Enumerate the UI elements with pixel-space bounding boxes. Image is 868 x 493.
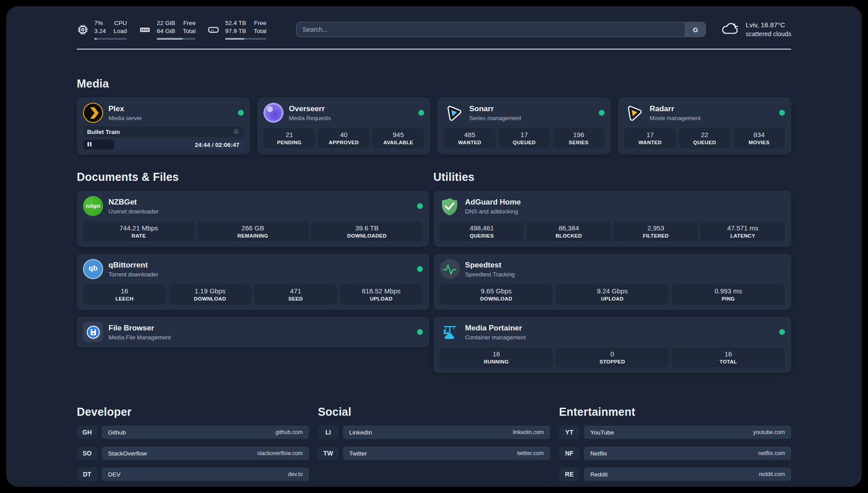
bookmark-name: YouTube [590,429,614,436]
section-title-entertainment: Entertainment [559,405,791,418]
card-radarr[interactable]: Radarr Movie management 17 WANTED 22 QUE… [618,97,791,155]
ram-stat-group: 22 GiB 64 GiB Free Total [138,19,196,40]
now-playing-row: Bullet Train [83,126,244,137]
card-speedtest[interactable]: Speedtest Speedtest Tracking 9.65 Gbps D… [434,254,791,310]
bookmark-stackoverflow[interactable]: SO StackOverflow stackoverflow.com [77,447,309,460]
cpu-load-value: 3.24 [94,27,106,35]
stat-tile: 0.993 ms PING [672,284,785,305]
stat-value: 40 [320,131,368,138]
section-media: Media Plex Media server Bullet Train [77,77,791,155]
bookmark-reddit[interactable]: RE Reddit reddit.com [559,468,791,481]
ram-free-value: 22 GiB [157,19,175,27]
stat-tile: 47.571 ms LATENCY [701,221,785,242]
bookmark-github[interactable]: GH Github github.com [77,426,309,439]
section-developer: Developer GH Github github.com SO StackO… [77,405,309,487]
stat-tile: 834 MOVIES [733,128,785,148]
bookmark-url: linkedin.com [513,429,544,435]
stat-label: LEECH [85,296,164,301]
section-documents: Documents & Files nzbget NZBGet Usenet d… [77,171,429,354]
stat-label: DOWNLOAD [171,296,250,301]
status-dot [418,110,424,116]
cpu-load-label: Load [113,27,127,35]
bookmark-youtube[interactable]: YT YouTube youtube.com [559,426,791,439]
cpu-stat-group: 7% 3.24 CPU Load [77,19,127,40]
card-filebrowser[interactable]: File Browser Media File Management [77,317,429,347]
stat-tile: 498,461 QUERIES [440,221,524,242]
weather-location-temp: Lviv, 16.87°C [746,21,791,29]
stat-tile: 16 TOTAL [672,347,785,368]
cpu-progress-bar [94,38,127,40]
service-description: Speedtest Tracking [465,271,515,278]
card-qbittorrent[interactable]: qb qBittorrent Torrent downloader 16 LEE… [77,254,429,310]
search-input[interactable] [296,22,706,37]
disk-progress-fill [225,38,244,40]
stat-value: 22 [680,131,729,138]
card-nzbget[interactable]: nzbget NZBGet Usenet downloader 744.21 M… [77,191,429,247]
bookmark-name: Twitter [349,450,367,457]
cpu-icon [77,24,89,36]
status-dot [417,203,423,209]
weather-condition: scattered clouds [746,30,791,38]
bookmark-netflix[interactable]: NF Netflix netflix.com [559,447,791,460]
stat-tile: 86,384 BLOCKED [526,221,611,242]
stat-value: 945 [374,131,422,138]
stat-tile: 9.24 Gbps UPLOAD [555,284,669,305]
playback-progress-bar: 24:44 / 02:06:47 [83,140,244,150]
disk-stat-group: 52.4 TB 97.9 TB Free Total [207,19,267,40]
stat-tile: 22 QUEUED [679,128,730,148]
gear-icon[interactable] [233,128,240,135]
bookmark-url: twitter.com [517,450,544,456]
cloud-icon [720,21,740,39]
service-name: Speedtest [465,261,515,270]
stat-value: 485 [446,131,494,138]
speedtest-icon [440,259,460,279]
card-plex[interactable]: Plex Media server Bullet Train [77,97,250,155]
plex-icon [83,103,103,123]
card-sonarr[interactable]: Sonarr Series management 485 WANTED 17 Q… [438,97,611,155]
status-dot [599,110,605,116]
radarr-icon [624,103,644,123]
stat-label: UPLOAD [342,296,421,301]
card-overseerr[interactable]: Overseerr Media Requests 21 PENDING 40 A… [257,97,430,155]
service-name: AdGuard Home [465,198,521,207]
bookmark-twitter[interactable]: TW Twitter twitter.com [318,447,550,460]
stat-tile: 266 GB REMAINING [197,221,309,242]
service-description: Series management [469,115,521,121]
stat-label: RUNNING [442,359,551,364]
stat-value: 834 [735,131,783,138]
overseerr-icon [263,103,284,123]
section-title-documents: Documents & Files [77,171,429,184]
bookmark-url: netflix.com [758,450,785,456]
card-adguard[interactable]: AdGuard Home DNS and adblocking 498,461 … [434,191,791,247]
header-divider [77,49,791,50]
service-description: DNS and adblocking [465,208,521,215]
ram-progress-bar [157,38,196,40]
stat-value: 16 [673,350,783,358]
bookmark-name: Reddit [590,471,608,478]
stat-tile: 40 APPROVED [318,128,370,148]
card-portainer[interactable]: Media Portainer Container management 16 … [434,317,791,373]
service-description: Media server [108,115,142,121]
stat-tile: 1.19 Gbps DOWNLOAD [169,284,252,305]
sonarr-icon [444,103,464,123]
bookmark-linkedin[interactable]: LI LinkedIn linkedin.com [318,426,550,439]
stat-value: 17 [626,131,674,138]
service-description: Container management [465,334,526,341]
stat-value: 1.19 Gbps [171,287,250,295]
stat-label: DOWNLOADED [313,233,421,238]
bookmark-dev[interactable]: DT DEV dev.to [77,468,309,481]
ram-total-label: Total [183,27,196,35]
qbittorrent-icon: qb [83,259,103,279]
nzbget-icon: nzbget [83,196,103,216]
ram-total-value: 64 GiB [157,27,175,35]
stat-tile: 485 WANTED [444,128,496,148]
stat-label: DOWNLOAD [442,296,551,301]
stat-value: 2,953 [615,224,696,232]
stat-label: RATE [85,233,193,238]
search-engine-button[interactable]: G [685,22,705,37]
stat-label: FILTERED [615,233,696,238]
disk-icon [207,24,220,36]
filebrowser-icon [83,322,103,342]
status-dot [779,110,785,116]
nzbget-icon-text: nzbget [86,204,100,209]
